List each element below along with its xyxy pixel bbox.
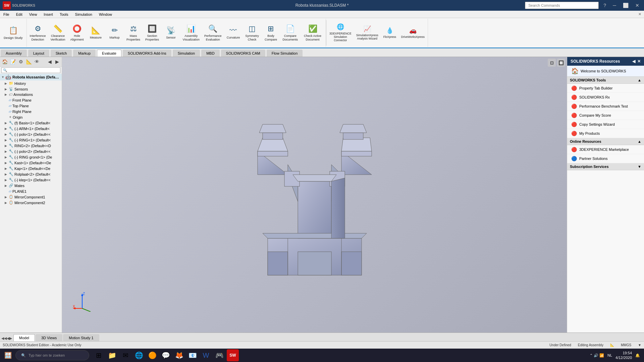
3dexperience-marketplace-item[interactable]: 🔴 3DEXPERIENCE Marketplace: [567, 145, 644, 154]
taskbar-app-teams[interactable]: 🦊: [173, 349, 185, 361]
body-compare-btn[interactable]: ⊞ BodyCompare: [262, 20, 279, 46]
bottom-tab-3dviews[interactable]: 3D Views: [36, 334, 62, 341]
driveworks-btn[interactable]: 🚗 DriveWorksXpress: [399, 20, 426, 46]
section-properties-btn[interactable]: 🔲 SectionProperties: [144, 20, 161, 46]
help-icon[interactable]: ✕: [638, 12, 644, 16]
tree-search-input[interactable]: [1, 67, 60, 73]
tab-solidworks-addins[interactable]: SOLIDWORKS Add-Ins: [123, 50, 171, 57]
prev-btn[interactable]: ◀: [46, 58, 53, 65]
bottom-tab-motion-study[interactable]: Motion Study 1: [63, 334, 99, 341]
tree-item-right-plane[interactable]: ▱ Right Plane: [0, 109, 62, 114]
floxpress-btn[interactable]: 💧 FloXpress: [381, 20, 398, 46]
sw-rx-item[interactable]: 🔴 SOLIDWORKS Rx: [567, 93, 644, 102]
3d-viewport[interactable]: Z X ⊡ 🔲: [62, 57, 567, 333]
tab-simulation[interactable]: Simulation: [173, 50, 200, 57]
menu-insert[interactable]: Insert: [40, 11, 56, 18]
mass-properties-btn[interactable]: ⚖ MassProperties: [125, 20, 142, 46]
partner-solutions-item[interactable]: 🔵 Partner Solutions: [567, 154, 644, 163]
sensor-btn[interactable]: 📡 Sensor: [162, 20, 180, 46]
tree-item-ring2[interactable]: ▶ 🔧 RING<2> (Default<<D: [0, 143, 62, 148]
measure-btn[interactable]: 📐 Measure: [87, 20, 105, 46]
tab-sketch[interactable]: Sketch: [51, 50, 72, 57]
taskbar-app-chrome[interactable]: 🟠: [146, 349, 158, 361]
symmetry-check-btn[interactable]: ◫ SymmetryCheck: [243, 20, 261, 46]
copy-settings-item[interactable]: 🔴 Copy Settings Wizard: [567, 120, 644, 129]
check-active-document-btn[interactable]: ✅ Check ActiveDocument: [301, 20, 324, 46]
tree-item-mates[interactable]: ▶ 🔗 Mates: [0, 183, 62, 188]
performance-evaluation-btn[interactable]: 🔍 PerformanceEvaluation: [203, 20, 223, 46]
taskbar-app-mail[interactable]: ✉: [119, 349, 131, 361]
tree-item-mirror1[interactable]: ▶ 🪞 MirrorComponent1: [0, 194, 62, 200]
compare-documents-btn[interactable]: 📄 CompareDocuments: [281, 20, 300, 46]
tree-item-pols2[interactable]: ▶ 🔧 (-) pols<2> (Default<<: [0, 148, 62, 154]
tab-assembly[interactable]: Assembly: [1, 50, 27, 57]
assembly-visualization-btn[interactable]: 📊 AssemblyVisualization: [181, 20, 201, 46]
property-manager-btn[interactable]: 📝: [9, 58, 16, 65]
menu-view[interactable]: View: [26, 11, 41, 18]
dim-xpert-btn[interactable]: 📐: [25, 58, 33, 65]
menu-window[interactable]: Window: [96, 11, 115, 18]
help-btn[interactable]: ?: [601, 2, 608, 9]
display-manager-btn[interactable]: 👁: [33, 58, 41, 65]
taskbar-app-teams2[interactable]: 🎮: [213, 349, 225, 361]
tab-flow-simulation[interactable]: Flow Simulation: [267, 50, 303, 57]
tree-item-ring-grond1[interactable]: ▶ 🔧 (-) RING grond<1> (De: [0, 154, 62, 160]
hole-alignment-btn[interactable]: ⭕ HoleAlignment: [68, 20, 86, 46]
status-units-arrow[interactable]: ▼: [638, 343, 641, 347]
interference-detection-btn[interactable]: ⚙ InterferenceDetection: [28, 20, 48, 46]
view-orient-btn[interactable]: 🔲: [557, 59, 565, 67]
tab-evaluate[interactable]: Evaluate: [97, 50, 121, 57]
clearance-verification-btn[interactable]: 📏 ClearanceVerification: [49, 20, 67, 46]
my-products-item[interactable]: 🔴 My Products: [567, 129, 644, 138]
tree-item-top-plane[interactable]: ▱ Top Plane: [0, 103, 62, 109]
panel-collapse-btn[interactable]: ✕: [637, 59, 641, 64]
tree-item-front-plane[interactable]: ▱ Front Plane: [0, 97, 62, 103]
tab-solidworks-cam[interactable]: SOLIDWORKS CAM: [221, 50, 265, 57]
tab-markup[interactable]: Markup: [73, 50, 96, 57]
feature-manager-btn[interactable]: 🏠: [1, 58, 8, 65]
property-tab-builder-item[interactable]: 🔴 Property Tab Builder: [567, 84, 644, 93]
windows-start-btn[interactable]: 🪟: [1, 349, 15, 361]
compare-score-item[interactable]: 🔴 Compare My Score: [567, 111, 644, 120]
taskbar-app-task-view[interactable]: ⊞: [93, 349, 105, 361]
tree-item-ring1[interactable]: ▶ 🔧 (-) RING<1> (Default<: [0, 137, 62, 143]
taskbar-app-edge[interactable]: 🌐: [133, 349, 145, 361]
tree-item-kast1[interactable]: ▶ 🔧 Kast<1> (Default<<De: [0, 160, 62, 166]
tree-item-origin[interactable]: ✦ Origin: [0, 114, 62, 120]
tree-item-kap1[interactable]: ▶ 🔧 Kap<1> (Default<<De: [0, 166, 62, 171]
subscription-header[interactable]: Subscription Services ▼: [567, 163, 644, 170]
restore-btn[interactable]: ⬜: [621, 2, 631, 9]
tree-item-history[interactable]: ▶ 📁 History: [0, 80, 62, 86]
bottom-tab-model[interactable]: Model: [13, 334, 35, 341]
benchmark-item[interactable]: 🔴 Performance Benchmark Test: [567, 102, 644, 111]
configuration-manager-btn[interactable]: ⚙: [17, 58, 24, 65]
taskbar-app-explorer[interactable]: 📁: [106, 349, 118, 361]
online-resources-header[interactable]: Online Resources ▲: [567, 138, 644, 145]
zoom-to-fit-btn[interactable]: ⊡: [548, 59, 556, 67]
menu-tools[interactable]: Tools: [56, 11, 72, 18]
welcome-item[interactable]: 🏠 Welcome to SOLIDWORKS: [567, 66, 644, 77]
taskbar-app-outlook[interactable]: 📧: [186, 349, 199, 361]
taskbar-app-word[interactable]: W: [200, 349, 212, 361]
tree-item-klep1[interactable]: ▶ 🔧 (-) klep<1> (Default<<: [0, 177, 62, 183]
menu-file[interactable]: File: [0, 11, 13, 18]
tree-item-rolplaat2[interactable]: ▶ 🔧 Rolplaat<2> (Default<: [0, 171, 62, 177]
notification-btn[interactable]: 🔔: [635, 353, 640, 358]
tree-root[interactable]: ▼ 🤖 Robota klussanias (Defau...: [0, 74, 62, 80]
markup-btn[interactable]: ✏ Markup: [106, 20, 123, 46]
tree-item-arm1[interactable]: ▶ 🔧 (-) ARM<1> (Default<: [0, 126, 62, 131]
tree-item-plane1[interactable]: ▱ PLANE1: [0, 188, 62, 194]
simulation-xpress-btn[interactable]: 📈 SimulationXpressAnalysis Wizard: [355, 20, 380, 46]
tree-item-mirror2[interactable]: ▶ 🪞 MirrorComponent2: [0, 200, 62, 205]
curvature-btn[interactable]: 〰 Curvature: [224, 20, 242, 46]
panel-back-btn[interactable]: ◀: [632, 59, 635, 64]
taskbar-app-solidworks[interactable]: SW: [227, 349, 239, 361]
next-btn[interactable]: ▶: [53, 58, 61, 65]
minimize-btn[interactable]: ─: [611, 2, 618, 9]
3dexperience-connector-btn[interactable]: 🌐 3DEXPERIENCESimulationConnector: [328, 20, 353, 46]
menu-edit[interactable]: Edit: [13, 11, 26, 18]
tab-mbd[interactable]: MBD: [201, 50, 219, 57]
tree-item-basis[interactable]: ▶ 🔧 (f) Basis<1> (Default<: [0, 120, 62, 126]
tree-item-annotations[interactable]: ▶ 🏷 Annotations: [0, 92, 62, 97]
tab-layout[interactable]: Layout: [28, 50, 49, 57]
